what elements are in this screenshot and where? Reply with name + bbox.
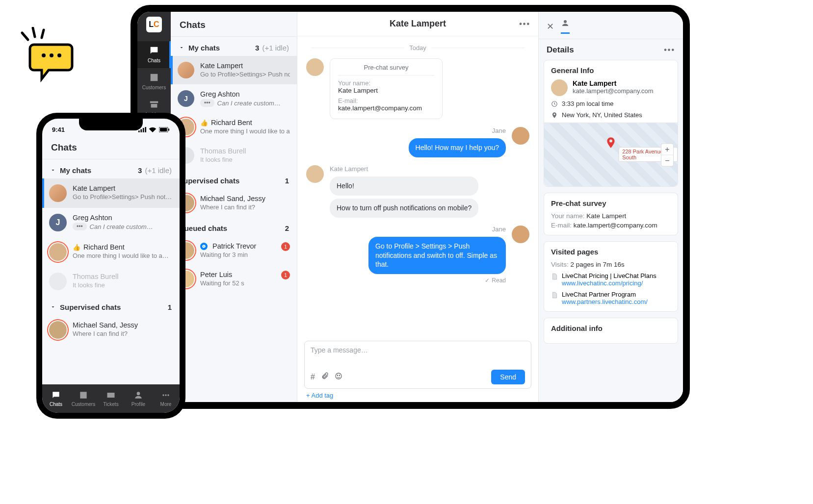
svg-point-21: [167, 394, 169, 396]
section-title: My chats: [60, 166, 91, 175]
nav-customers[interactable]: Customers: [137, 68, 171, 95]
tab-profile[interactable]: Profile: [125, 384, 152, 413]
section-count: 3: [138, 166, 142, 175]
card-title: Additional info: [551, 324, 671, 332]
emoji-icon[interactable]: [335, 372, 342, 382]
sender-label: Jane: [492, 127, 506, 134]
message-bubble: Hello!: [330, 176, 478, 196]
section-count: 1: [168, 303, 172, 311]
pre-chat-survey-card: Pre-chat survey Your name: Kate Lampert …: [330, 58, 443, 119]
message-input[interactable]: Type a message…: [311, 346, 525, 363]
add-tag-link[interactable]: + Add tag: [304, 389, 531, 399]
phone-row-thomas[interactable]: Thomas BurellIt looks fine: [42, 267, 180, 296]
details-tab-person[interactable]: [561, 19, 570, 34]
phone-frame: 9:41 Chats My chats 3 (+1 idle) Kate Lam…: [36, 113, 185, 419]
phone-row-richard[interactable]: 👍Richard BentOne more thing I would like…: [42, 237, 180, 267]
app-logo: LC: [146, 17, 162, 32]
chat-row-thomas[interactable]: Thomas Burell It looks fine: [171, 141, 297, 170]
conversation-menu[interactable]: •••: [519, 20, 530, 28]
tab-chats[interactable]: Chats: [42, 384, 70, 413]
zoom-out-button[interactable]: −: [661, 155, 673, 166]
chat-row-name: Thomas Burell: [200, 147, 290, 155]
read-receipt: ✓Read: [306, 277, 529, 284]
details-menu[interactable]: •••: [664, 46, 675, 54]
nav-chats[interactable]: Chats: [137, 41, 171, 68]
page-icon: [551, 292, 558, 299]
composer-box[interactable]: Type a message… # Send: [304, 341, 531, 389]
visited-page-item[interactable]: LiveChat Pricing | LiveChat Planswww.liv…: [551, 272, 671, 287]
chat-row-patrick[interactable]: Patrick Trevor Waiting for 3 min 1: [171, 236, 297, 265]
conversation-header: Kate Lampert •••: [297, 12, 538, 36]
phone-section-my-chats[interactable]: My chats 3 (+1 idle): [42, 159, 180, 178]
chat-row-preview: Where I can find it?: [200, 203, 290, 211]
conversation-title: Kate Lampert: [390, 19, 446, 29]
phone-row-michael[interactable]: Michael Sand, JessyWhere I can find it?: [42, 315, 180, 345]
chat-row-preview: One more thing I would like to a…: [200, 127, 290, 135]
section-supervised-chats[interactable]: Supervised chats 1: [171, 170, 297, 189]
close-icon[interactable]: ✕: [547, 21, 554, 32]
phone-row-greg[interactable]: J Greg Ashton•••Can I create custom…: [42, 208, 180, 237]
survey-email-row: E-mail: kate.lampert@company.com: [551, 222, 671, 229]
section-my-chats[interactable]: My chats 3 (+1 idle): [171, 37, 297, 56]
svg-point-18: [137, 392, 140, 395]
message-bubble: Go to Profile > Settings > Push notifica…: [368, 237, 506, 275]
message-bubble: How to turn off push notifications on mo…: [330, 199, 478, 218]
visited-page-item[interactable]: LiveChat Partner Programwww.partners.liv…: [551, 291, 671, 305]
card-pre-chat-survey: Pre-chat survey Your name: Kate Lampert …: [544, 193, 678, 235]
section-idle: (+1 idle): [145, 166, 172, 175]
chat-row-greg[interactable]: J Greg Ashton •••Can I create custom…: [171, 84, 297, 113]
message-block-customer: Kate Lampert Hello! How to turn off push…: [306, 165, 529, 218]
chat-row-preview: Go to Profile>Settings> Push not…: [73, 193, 173, 201]
survey-name: Kate Lampert: [338, 87, 434, 94]
section-count: 1: [285, 176, 289, 185]
card-title: Visited pages: [551, 248, 671, 256]
section-idle: (+1 idle): [262, 44, 289, 52]
svg-rect-13: [143, 127, 144, 132]
tab-customers[interactable]: Customers: [70, 384, 97, 413]
tab-tickets[interactable]: Tickets: [97, 384, 125, 413]
card-visited-pages: Visited pages Visits: 2 pages in 7m 16s …: [544, 241, 678, 312]
phone-row-kate[interactable]: Kate LampertGo to Profile>Settings> Push…: [42, 178, 180, 208]
message-bubble: Hello! How may I help you?: [409, 138, 506, 157]
chat-row-preview: It looks fine: [73, 281, 173, 289]
svg-point-8: [339, 375, 340, 376]
visited-page-url[interactable]: www.livechatinc.com/pricing/: [562, 279, 656, 287]
card-title: Pre-chat survey: [551, 199, 671, 207]
message-block-agent: Jane Hello! How may I help you?: [306, 127, 529, 157]
avatar: [49, 243, 67, 261]
typing-indicator: •••: [73, 223, 87, 230]
status-time: 9:41: [52, 126, 65, 133]
phone-notch: [79, 119, 143, 130]
visited-page-url[interactable]: www.partners.livechatinc.com/: [562, 298, 648, 305]
svg-line-2: [42, 30, 44, 38]
attachment-icon[interactable]: [321, 372, 329, 382]
card-title: General Info: [551, 66, 671, 75]
battery-icon: [159, 127, 170, 132]
chat-row-michael[interactable]: Michael Sand, Jessy Where I can find it?: [171, 189, 297, 217]
avatar: [306, 165, 324, 183]
chat-row-preview: •••Can I create custom…: [200, 99, 290, 107]
chat-row-richard[interactable]: 👍Richard Bent One more thing I would lik…: [171, 113, 297, 141]
avatar: [512, 127, 529, 145]
hash-icon[interactable]: #: [311, 373, 315, 381]
svg-point-9: [564, 20, 567, 23]
svg-rect-16: [160, 127, 167, 131]
tab-more[interactable]: More: [152, 384, 180, 413]
day-separator: Today: [306, 44, 529, 51]
section-queued-chats[interactable]: Queued chats 2: [171, 217, 297, 236]
phone-section-supervised[interactable]: Supervised chats 1: [42, 296, 180, 315]
zoom-in-button[interactable]: +: [661, 144, 673, 155]
send-button[interactable]: Send: [491, 370, 525, 384]
survey-title: Pre-chat survey: [338, 64, 434, 76]
unread-badge: 1: [281, 271, 290, 279]
gi-name: Kate Lampert: [573, 79, 654, 87]
chat-row-preview: It looks fine: [200, 156, 290, 163]
svg-line-1: [33, 28, 35, 37]
page-icon: [551, 273, 558, 280]
chat-row-kate[interactable]: Kate Lampert Go to Profile>Settings> Pus…: [171, 56, 297, 84]
chat-row-peter[interactable]: Peter Luis Waiting for 52 s 1: [171, 265, 297, 293]
svg-point-6: [336, 373, 341, 379]
map[interactable]: 228 Park Avenue South + −: [544, 123, 678, 186]
chat-row-name: Patrick Trevor: [200, 242, 275, 250]
thumbs-up-icon: 👍: [73, 244, 80, 251]
